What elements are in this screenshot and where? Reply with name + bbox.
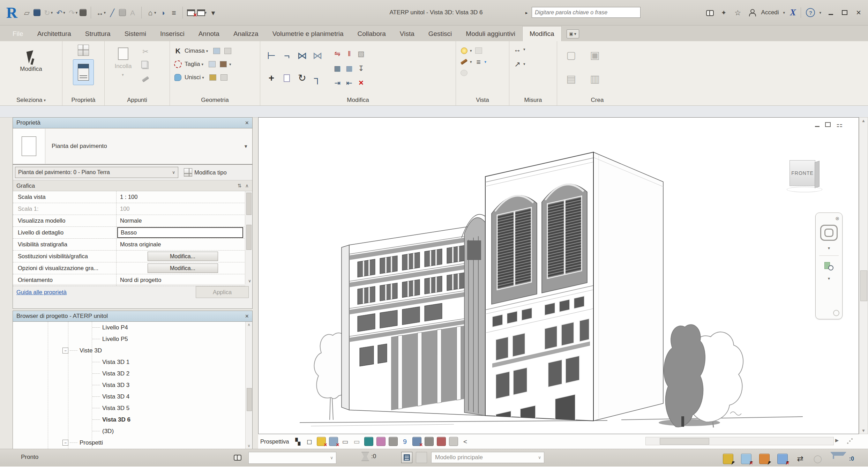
ribbon-state-toggle-icon[interactable]: ▣▾ [567,29,579,38]
vertical-scrollbar[interactable]: ▲ ▼ [859,117,868,434]
scroll-down-icon[interactable]: ∨ [247,444,250,448]
default-3d-view-icon[interactable]: ⌂ [146,8,155,17]
drawing-canvas[interactable]: ⚏ FRONTE ⊗ ▾ ▾ [258,117,859,434]
tree-item-vista-3d-4[interactable]: Vista 3D 4 [13,391,245,402]
trim-extend-corner-icon[interactable]: ┐ [311,72,324,85]
paste-button[interactable]: Incolla ▾ [108,45,138,77]
tab-gestisci[interactable]: Gestisci [421,27,459,41]
wall-joins-icon[interactable] [212,46,221,55]
active-option-only-icon[interactable] [416,452,427,463]
create-parts-icon[interactable]: ▥ [590,74,599,83]
delete-inner-segment-icon[interactable]: ▧ [357,49,366,58]
tree-item--3d-[interactable]: (3D) [13,425,245,437]
paint-icon[interactable] [208,73,217,82]
measure-icon[interactable]: ↔ [513,45,522,54]
property-value[interactable]: Modifica... [116,262,245,274]
tab-analizza[interactable]: Analizza [226,27,265,41]
user-icon[interactable] [747,8,756,17]
create-group-icon[interactable]: ▢ [567,51,576,60]
browser-close-icon[interactable]: × [245,313,249,320]
create-assembly-icon[interactable]: ▤ [567,74,576,83]
type-selector-dropdown-icon[interactable]: ▼ [244,144,248,149]
dimension-icon[interactable]: ↗ [513,59,522,68]
cut-geometry-icon[interactable] [173,60,182,69]
browser-scrollbar[interactable]: ∧ ∨ [245,322,252,449]
select-underlay-icon[interactable] [741,454,751,464]
search-go-icon[interactable]: ▸ [525,10,528,15]
properties-help-link[interactable]: Guida alle proprietà [16,289,67,296]
demolish-hammer-icon[interactable] [219,60,228,69]
reveal-constraints-icon[interactable] [437,437,446,446]
instance-selector[interactable]: Pianta del pavimento: 0 - Piano Terra ∨ [15,167,178,178]
steering-wheel-icon[interactable] [820,225,838,241]
viewcube[interactable]: FRONTE [790,158,823,192]
tab-moduli-aggiuntivi[interactable]: Moduli aggiuntivi [459,27,522,41]
create-similar-icon[interactable]: ▣ [590,51,599,60]
resize-grip-icon[interactable] [846,438,853,445]
visual-style-icon[interactable]: ◻ [305,437,314,446]
copy-element-icon[interactable] [280,72,293,85]
tab-file[interactable]: File [6,27,30,41]
section-grafica[interactable]: Grafica ⇅∧ [13,180,252,191]
modifica-button[interactable]: Modifica... [148,263,218,273]
select-pinned-icon[interactable] [759,454,770,464]
mirror-draw-axis-icon[interactable]: ⋈ [311,49,324,62]
temporary-hide-isolate-icon[interactable] [364,437,373,446]
array-icon[interactable]: ▦ [333,64,342,73]
project-browser-header[interactable]: Browser di progetto - ATERP unitol × [13,311,252,322]
crop-region-visible-icon[interactable]: ▭ [353,437,361,446]
autodesk-x-logo-icon[interactable]: X [790,7,796,18]
property-edit-field[interactable]: Basso [117,227,243,238]
property-value[interactable]: Basso [116,227,245,238]
hide-elements-icon[interactable] [459,68,469,77]
partial-lock-icon[interactable] [449,437,458,446]
close-button[interactable]: × [854,9,863,16]
scale-icon[interactable]: ▦ [345,64,354,73]
property-value[interactable]: Normale [116,215,245,226]
section-collapse-icon[interactable]: ∧ [245,183,249,188]
collapse-vcb-icon[interactable]: < [461,437,470,446]
beam-joins-icon[interactable] [223,46,232,55]
select-links-icon[interactable] [723,454,733,464]
zoom-icon[interactable] [824,262,833,271]
split-element-icon[interactable]: ⇋ [333,49,342,58]
trim-extend-multiple-icon[interactable]: ⇤ [345,78,354,87]
tab-annota[interactable]: Annota [192,27,226,41]
switch-windows-icon[interactable] [197,9,205,16]
exchange-apps-icon[interactable]: ✦ [719,8,728,17]
cut-profile-icon[interactable]: ≡ [474,57,483,66]
join-geometry-icon[interactable] [173,73,182,82]
scroll-up-icon[interactable]: ∧ [247,322,250,327]
worksharing-display-icon[interactable] [389,437,398,446]
properties-close-icon[interactable]: × [245,119,249,127]
section-icon[interactable]: ◑ [158,8,167,17]
panel-label-seleziona[interactable]: Seleziona▾ [0,95,62,105]
wheel-dropdown-icon[interactable]: ▾ [828,246,830,251]
revit-logo-icon[interactable]: R [6,4,17,22]
tab-volumetrie-e-planimetria[interactable]: Volumetrie e planimetria [265,27,351,41]
property-value[interactable]: 1 : 100 [116,191,245,203]
save-icon[interactable] [33,9,40,16]
tree-item-vista-3d-5[interactable]: Vista 3D 5 [13,402,245,414]
view-minimize-icon[interactable] [815,122,820,127]
open-file-icon[interactable]: ▱ [22,8,31,17]
tree-expander-icon[interactable]: − [62,348,68,353]
qat-customize-icon[interactable]: ▾ [209,8,218,17]
scrollbar-thumb[interactable] [246,193,252,215]
linework-brush-icon[interactable] [459,57,469,66]
delete-icon[interactable]: × [357,78,366,87]
thin-lines-icon[interactable]: ≡ [169,8,178,17]
tree-item-vista-3d-2[interactable]: Vista 3D 2 [13,368,245,379]
copy-icon[interactable] [141,61,150,70]
navbar-close-icon[interactable]: ⊗ [835,216,839,221]
design-options-dialog-icon[interactable] [401,452,412,463]
property-value[interactable]: Modifica... [116,251,245,262]
scroll-down-icon[interactable]: ∨ [248,278,251,283]
scroll-up-icon[interactable]: ▲ [861,118,866,124]
tab-sistemi[interactable]: Sistemi [118,27,153,41]
temporary-view-properties-icon[interactable]: 9 [401,437,409,446]
view-scale-icon[interactable]: ▚ [294,437,302,446]
sync-with-central-icon[interactable]: ↻ [43,8,52,17]
tab-vista[interactable]: Vista [393,27,421,41]
tree-item-livello-p4[interactable]: Livello P4 [13,322,245,333]
